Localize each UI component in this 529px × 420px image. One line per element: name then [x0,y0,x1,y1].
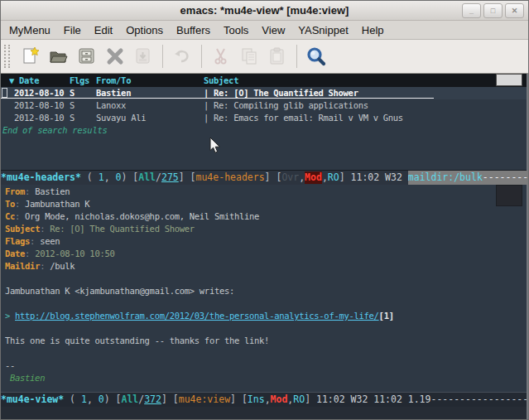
tool-bar [1,40,528,74]
modeline-line-number: 1 [81,393,87,406]
menu-buffers[interactable]: Buffers [170,22,217,38]
sort-desc-icon: ▼ [9,75,14,85]
cell-subject: | Re: Compiling glib applications [204,99,527,112]
modeline-filter: All [121,393,138,406]
title-bar[interactable]: emacs: *mu4e-view* [mu4e:view] _ □ ✕ [1,1,528,21]
window-title: emacs: *mu4e-view* [mu4e:view] [1,4,528,17]
paste-icon [263,43,291,70]
modified-flag: Mod [305,171,322,184]
readonly-flag: RO [328,171,339,184]
field-flags: Flags:seen [1,235,527,248]
close-button[interactable]: ✕ [505,3,524,18]
menu-file[interactable]: File [57,22,88,38]
cell-from: Lanoxx [96,99,204,112]
end-of-results-message: End of search results [1,124,527,137]
body-link[interactable]: http://blog.stephenwolfram.com/2012/03/t… [10,311,379,321]
body-quote-line: >http://blog.stephenwolfram.com/2012/03/… [1,310,527,322]
column-date[interactable]: ▼ Date [9,75,70,87]
body-comment-line: This one is quite outstanding -- thanks … [1,335,527,347]
menu-help[interactable]: Help [355,22,391,38]
cell-from: Suvayu Ali [96,112,204,124]
echo-area[interactable] [1,407,527,420]
header-row[interactable]: 2012-08-10 S Suvayu Ali | Re: Emacs for … [1,112,527,124]
menu-options[interactable]: Options [119,22,170,38]
maximize-button[interactable]: □ [483,3,503,18]
modeline-maildir-segment: maildir:/bulk--------- [408,171,529,185]
field-subject: Subject:Re: [O] The Quantified Shower [1,223,527,235]
mu4e-view-pane: From:Bastien To:Jambunathan K Cc:Org Mod… [1,185,527,392]
menu-edit[interactable]: Edit [88,22,119,38]
open-folder-icon[interactable] [45,43,73,70]
readonly-flag: RO [293,393,305,406]
modeline-major-mode: mu4e:view [179,393,230,406]
cell-flags: S [70,99,96,112]
menu-yasnippet[interactable]: YASnippet [291,22,354,38]
headers-mode-line: *mu4e-headers* ( 1, 0) [All/275] [mu4e-h… [1,170,527,185]
modeline-major-mode: mu4e-headers [196,171,265,184]
toolbar-separator [162,45,163,68]
cell-from: Bastien [96,87,204,99]
toolbar-separator [296,45,297,68]
field-to: To:Jambunathan K [1,198,527,210]
text-cursor [2,88,7,98]
modeline-message-count: 372 [144,393,161,406]
cell-subject: | Re: [O] The Quantified Shower [204,87,527,99]
modeline-buffer-name: *mu4e-view* [1,393,64,406]
close-buffer-icon[interactable] [101,43,129,70]
cell-flags: S [70,87,96,99]
save-icon[interactable] [73,43,101,70]
mouse-cursor [209,137,221,154]
new-file-icon[interactable] [17,43,45,70]
modeline-time: 11:02 W32 [351,171,408,184]
field-date: Date:2012-08-10 10:50 [1,248,527,260]
header-row-current[interactable]: 2012-08-10 S Bastien | Re: [O] The Quant… [1,87,527,99]
modeline-time: 11:02 W32 11:02 1.19 [316,393,430,406]
menu-mymenu[interactable]: MyMenu [2,22,57,38]
cell-subject: | Re: Emacs for email: Rmail v VM v Gnus [204,112,527,124]
field-maildir: Maildir:/bulk [1,260,527,273]
modified-flag: Mod [271,393,288,406]
emacs-window: emacs: *mu4e-view* [mu4e:view] _ □ ✕ MyM… [0,0,529,420]
headers-column-row: ▼ Date Flgs From/To Subject [1,74,527,87]
save-as-icon [129,43,157,70]
insert-flag: Ins [248,393,265,406]
headers-scrollbar-thumb[interactable] [496,74,522,86]
column-subject[interactable]: Subject [204,75,527,87]
signature-separator: -- [1,360,527,372]
modeline-buffer-name: *mu4e-headers* [1,171,81,184]
modeline-line-number: 1 [99,171,104,184]
cell-date: 2012-08-10 [14,112,70,124]
modeline-filter: All [138,171,156,184]
menu-tools[interactable]: Tools [217,22,255,38]
minimize-button[interactable]: _ [462,3,481,18]
field-cc: Cc:Org Mode, nicholas.dokos@hp.com, Neil… [1,210,527,223]
header-row[interactable]: 2012-08-10 S Lanoxx | Re: Compiling glib… [1,99,527,112]
cell-date: 2012-08-10 [14,99,70,112]
view-scrollbar-thumb[interactable] [496,185,522,206]
emacs-frame: ▼ Date Flgs From/To Subject 2012-08-10 S… [1,74,528,420]
overwrite-flag: Ovr [281,171,299,184]
cell-date: 2012-08-10 [14,87,70,99]
signature-line: Bastien [1,372,527,384]
view-mode-line: *mu4e-view* ( 1, 0) [All/372] [mu4e:view… [1,392,527,407]
copy-icon [235,43,263,70]
body-writes-line: Jambunathan K <kjambunathan@gmail.com> w… [1,285,527,297]
maildir-indicator: maildir:/bulk [408,171,483,184]
undo-icon [168,43,196,70]
field-from: From:Bastien [1,186,527,198]
modeline-message-count: 275 [161,171,179,184]
modeline-dashes: ----------------------------------------… [430,393,527,406]
link-footnote-ref: [1] [379,311,394,321]
menu-bar: MyMenu File Edit Options Buffers Tools V… [1,21,528,40]
window-controls: _ □ ✕ [462,3,524,18]
toolbar-grip-handle[interactable] [4,45,10,68]
modeline-col-number: 0 [116,171,122,184]
mu4e-headers-pane: ▼ Date Flgs From/To Subject 2012-08-10 S… [1,74,527,170]
menu-view[interactable]: View [255,22,291,38]
modeline-col-number: 0 [99,393,104,406]
column-flags[interactable]: Flgs [70,75,96,87]
search-icon[interactable] [302,43,330,70]
column-from[interactable]: From/To [96,75,204,87]
cut-icon [207,43,235,70]
cell-flags: S [70,112,96,124]
